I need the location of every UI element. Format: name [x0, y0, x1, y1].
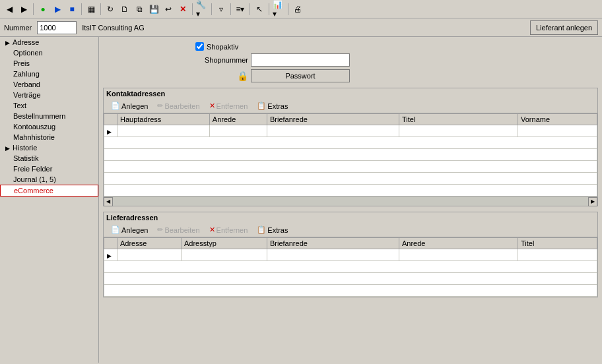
sidebar-item-vertraege[interactable]: Verträge: [0, 90, 98, 100]
kontakt-extras-button[interactable]: 📋 Extras: [252, 100, 292, 111]
play-blue-icon[interactable]: ▶: [51, 3, 64, 16]
col-titel[interactable]: Titel: [399, 114, 518, 125]
sep2: [81, 3, 82, 15]
liefer-extras-button[interactable]: 📋 Extras: [252, 224, 292, 235]
lieferant-anlegen-button[interactable]: Lieferant anlegen: [530, 20, 598, 35]
print-icon[interactable]: 🖨: [291, 3, 304, 16]
export-dropdown-icon[interactable]: 📊▾: [272, 3, 285, 16]
list-dropdown-icon[interactable]: ≡▾: [234, 3, 247, 16]
liefer-table-row[interactable]: ▶: [104, 249, 597, 261]
scroll-right-btn[interactable]: ▶: [588, 197, 597, 206]
liefer-cell-adresstyp: [182, 249, 267, 261]
kontakt-bearbeiten-button[interactable]: ✏ Bearbeiten: [152, 100, 204, 111]
lock-icon: 🔒: [237, 71, 248, 81]
sep1: [33, 3, 34, 15]
scroll-track[interactable]: [113, 197, 588, 206]
sidebar-item-preis[interactable]: Preis: [0, 58, 98, 69]
bearbeiten-icon: ✏: [157, 102, 163, 110]
header-row: Nummer ItsIT Consulting AG Lieferant anl…: [0, 18, 602, 37]
liefer-bearbeiten-button[interactable]: ✏ Bearbeiten: [152, 224, 204, 235]
company-name: ItsIT Consulting AG: [82, 24, 525, 32]
kontaktadressen-toolbar: 📄 Anlegen ✏ Bearbeiten ✕ Entfernen 📋 Ext…: [104, 99, 597, 113]
arrow2-icon: ▶: [5, 145, 10, 152]
lieferadressen-panel: Lieferadressen 📄 Anlegen ✏ Bearbeiten ✕ …: [103, 212, 598, 297]
kontakt-scrollbar[interactable]: ◀ ▶: [104, 197, 597, 206]
liefer-anlegen-button[interactable]: 📄 Anlegen: [106, 224, 152, 235]
sidebar-item-adresse[interactable]: ▶Adresse: [0, 37, 98, 47]
table-row-empty5: [104, 185, 597, 197]
shopaktiv-checkbox[interactable]: [195, 42, 204, 51]
liefer-cell-adresse: [117, 249, 182, 261]
filter-icon[interactable]: ▿: [215, 3, 228, 16]
sidebar-item-historie[interactable]: ▶Historie: [0, 142, 98, 153]
shopaktiv-row: Shopaktiv: [195, 41, 350, 51]
liefer-row-empty1: [104, 261, 597, 273]
sidebar-item-mahnhistorie[interactable]: Mahnhistorie: [0, 132, 98, 142]
cell-titel: [399, 125, 518, 137]
sidebar: ▶Adresse Optionen Preis Zahlung Verband …: [0, 37, 99, 363]
new-doc-icon[interactable]: 🗋: [118, 3, 131, 16]
stop-blue-icon[interactable]: ■: [65, 3, 79, 16]
extras-icon: 📋: [257, 102, 266, 110]
liefer-row-empty2: [104, 273, 597, 285]
scroll-left-btn[interactable]: ◀: [104, 197, 113, 206]
table-row[interactable]: ▶: [104, 125, 597, 137]
delete-red-icon[interactable]: ✕: [176, 3, 189, 16]
liefer-col-titel[interactable]: Titel: [518, 238, 597, 249]
shop-section: Shopaktiv Shopnummer 🔒 Passwort: [103, 41, 598, 82]
shopnummer-input[interactable]: [251, 53, 350, 67]
cursor-icon[interactable]: ↖: [253, 3, 266, 16]
back-icon[interactable]: ◀: [3, 3, 16, 16]
shopnummer-label: Shopnummer: [195, 56, 248, 64]
table-row-empty3: [104, 161, 597, 173]
sidebar-item-bestellnummern[interactable]: Bestellnummern: [0, 111, 98, 121]
liefer-col-briefanrede[interactable]: Briefanrede: [267, 238, 399, 249]
save-icon[interactable]: 💾: [147, 3, 160, 16]
table-row-empty2: [104, 149, 597, 161]
col-briefanrede[interactable]: Briefanrede: [267, 114, 399, 125]
sep3: [100, 3, 101, 15]
liefer-col-anrede[interactable]: Anrede: [399, 238, 518, 249]
liefer-col-adresstyp[interactable]: Adresstyp: [182, 238, 267, 249]
passwort-button[interactable]: Passwort: [251, 69, 350, 82]
sidebar-item-verband[interactable]: Verband: [0, 79, 98, 90]
cell-vorname: [518, 125, 597, 137]
kontakt-entfernen-button[interactable]: ✕ Entfernen: [205, 100, 253, 111]
liefer-col-adresse[interactable]: Adresse: [117, 238, 182, 249]
sidebar-item-journal[interactable]: Journal (1, 5): [0, 174, 98, 185]
col-hauptadresse-label[interactable]: Hauptadress: [117, 114, 210, 125]
col-anrede[interactable]: Anrede: [209, 114, 267, 125]
sidebar-item-ecommerce[interactable]: eCommerce: [0, 185, 98, 197]
undo-icon[interactable]: ↩: [162, 3, 175, 16]
number-input[interactable]: [37, 21, 77, 34]
liefer-cell-briefanrede: [267, 249, 399, 261]
kontaktadressen-table: Hauptadress Anrede Briefanrede Titel Vor…: [104, 113, 597, 197]
sidebar-item-zahlung[interactable]: Zahlung: [0, 69, 98, 79]
sep4: [192, 3, 193, 15]
liefer-entfernen-button[interactable]: ✕ Entfernen: [205, 224, 253, 235]
anlegen-icon: 📄: [111, 102, 120, 110]
grid-icon[interactable]: ▦: [84, 3, 98, 16]
sep5: [211, 3, 212, 15]
sidebar-item-statistik[interactable]: Statistik: [0, 153, 98, 164]
sidebar-item-text[interactable]: Text: [0, 100, 98, 111]
sep9: [288, 3, 288, 15]
liefer-col-empty: [104, 238, 117, 249]
sidebar-item-freie-felder[interactable]: Freie Felder: [0, 164, 98, 174]
kontakt-anlegen-button[interactable]: 📄 Anlegen: [106, 100, 152, 111]
tool-dropdown-icon[interactable]: 🔧▾: [195, 3, 209, 16]
sidebar-item-kontoauszug[interactable]: Kontoauszug: [0, 121, 98, 132]
sidebar-item-optionen[interactable]: Optionen: [0, 47, 98, 58]
sep7: [250, 3, 250, 15]
col-vorname[interactable]: Vorname: [518, 114, 597, 125]
copy-icon[interactable]: ⧉: [133, 3, 146, 16]
forward-icon[interactable]: ▶: [17, 3, 30, 16]
content-area: Shopaktiv Shopnummer 🔒 Passwort Kontakta…: [99, 37, 602, 363]
table-row-empty1: [104, 137, 597, 149]
refresh-icon[interactable]: ↻: [104, 3, 117, 16]
sep6: [230, 3, 231, 15]
kontaktadressen-panel: Kontaktadressen 📄 Anlegen ✏ Bearbeiten ✕…: [103, 88, 598, 206]
play-green-icon[interactable]: ●: [36, 3, 50, 16]
cell-briefanrede: [267, 125, 399, 137]
liefer-row-arrow-icon: ▶: [107, 253, 112, 259]
